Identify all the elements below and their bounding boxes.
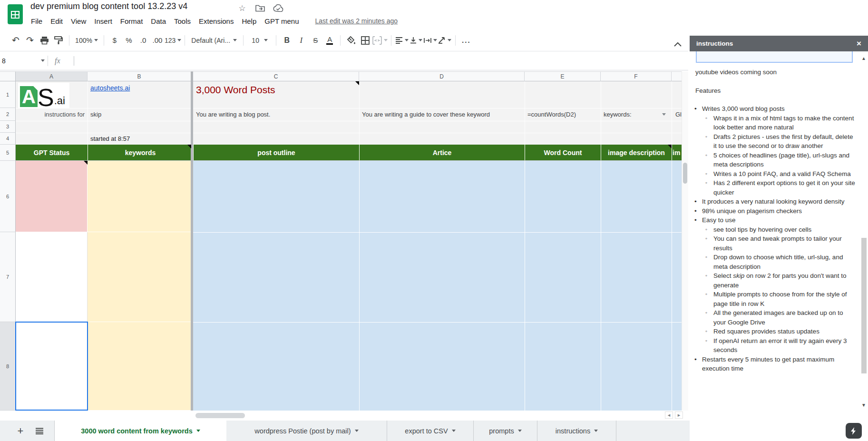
scroll-left-icon[interactable]: ◂	[665, 412, 673, 419]
column-header-f[interactable]: F	[601, 71, 672, 81]
undo-button[interactable]: ↶	[9, 33, 23, 48]
scroll-down-icon[interactable]: ▼	[861, 402, 866, 408]
cell-b4[interactable]: started at 8:57	[88, 133, 190, 145]
text-rotation-select[interactable]	[438, 33, 452, 48]
content-cells-blue[interactable]	[193, 161, 688, 411]
collapse-toolbar-button[interactable]	[671, 38, 685, 50]
tab-export-to-csv[interactable]: export to CSV	[387, 421, 474, 441]
grid-vertical-scrollbar[interactable]	[682, 71, 688, 411]
hscroll-thumb[interactable]	[195, 413, 245, 418]
menu-format[interactable]: Format	[117, 16, 146, 26]
cell-c1-title[interactable]: 3,000 Word Posts	[194, 83, 277, 97]
sidebar-scrollbar[interactable]: ▲ ▼	[860, 53, 868, 410]
cell-d2[interactable]: You are writing a guide to cover these k…	[360, 108, 524, 121]
move-folder-icon[interactable]	[255, 3, 265, 13]
cell-b8-keywords[interactable]	[88, 322, 193, 411]
borders-button[interactable]	[358, 33, 372, 48]
cell-f2-dropdown[interactable]: keywords:	[602, 108, 662, 121]
cell-b1-link[interactable]: autosheets.ai	[88, 83, 132, 93]
menu-edit[interactable]: Edit	[47, 16, 66, 26]
tab-instructions[interactable]: instructions	[537, 421, 616, 441]
horizontal-align-select[interactable]	[395, 33, 409, 48]
f2-dropdown-arrow[interactable]	[662, 113, 666, 116]
tab-3000-word-content[interactable]: 3000 word content from keywords	[54, 421, 226, 441]
row-header-8[interactable]: 8	[0, 322, 16, 411]
menu-gpt[interactable]: GPT menu	[261, 16, 302, 26]
star-icon[interactable]: ☆	[237, 3, 247, 13]
cell-b2[interactable]: skip	[88, 108, 190, 121]
sheets-logo-icon[interactable]	[8, 4, 23, 24]
cell-a2[interactable]: instructions for	[16, 108, 87, 121]
cell-c2[interactable]: You are writing a blog post.	[194, 108, 358, 121]
text-color-button[interactable]: A	[322, 33, 337, 48]
bold-button[interactable]: B	[280, 33, 294, 48]
row-header-6[interactable]: 6	[0, 161, 16, 232]
zoom-select[interactable]: 100%	[73, 33, 100, 48]
row-header-2[interactable]: 2	[0, 108, 16, 121]
cell-b7-keywords[interactable]	[88, 232, 193, 322]
vertical-align-select[interactable]	[409, 33, 423, 48]
cell-a6-status[interactable]	[16, 161, 88, 232]
name-box-dropdown[interactable]	[41, 59, 45, 62]
menu-insert[interactable]: Insert	[91, 16, 116, 26]
menu-file[interactable]: File	[28, 16, 46, 26]
scroll-up-icon[interactable]: ▲	[861, 56, 866, 61]
header-image-description[interactable]: image description	[601, 145, 672, 161]
increase-decimal-button[interactable]: .00	[150, 33, 165, 48]
last-edit-link[interactable]: Last edit was 2 minutes ago	[315, 17, 398, 25]
print-button[interactable]	[37, 33, 51, 48]
header-gpt-status[interactable]: GPT Status	[16, 145, 88, 161]
column-header-e[interactable]: E	[525, 71, 601, 81]
more-toolbar-button[interactable]: ...	[459, 33, 473, 48]
select-all-corner[interactable]	[0, 71, 16, 81]
cell-e2[interactable]: =countWords(D2)	[526, 108, 600, 121]
name-box[interactable]: 8	[0, 52, 48, 70]
corner-action-button[interactable]	[846, 423, 862, 439]
text-wrap-select[interactable]	[423, 33, 438, 48]
row-header-7[interactable]: 7	[0, 232, 16, 322]
menu-data[interactable]: Data	[147, 16, 169, 26]
sidebar-scroll-thumb[interactable]	[861, 238, 867, 373]
merge-cells-button[interactable]	[372, 33, 388, 48]
header-keywords[interactable]: keywords	[88, 145, 193, 161]
column-header-c[interactable]: C	[193, 71, 359, 81]
header-artice[interactable]: Artice	[360, 145, 525, 161]
decrease-decimal-button[interactable]: .0	[136, 33, 150, 48]
paint-format-button[interactable]	[51, 33, 66, 48]
cloud-status-icon[interactable]	[273, 3, 283, 13]
redo-button[interactable]: ↷	[23, 33, 37, 48]
row-header-5[interactable]: 5	[0, 145, 16, 161]
scroll-right-icon[interactable]: ▸	[675, 412, 683, 419]
sidebar-embed-box[interactable]	[696, 51, 853, 63]
column-header-a[interactable]: A	[16, 71, 88, 81]
header-word-count[interactable]: Word Count	[525, 145, 601, 161]
row-header-3[interactable]: 3	[0, 121, 16, 133]
tab-wordpress-postie[interactable]: wordpress Postie (post by mail)	[226, 421, 387, 441]
formula-input[interactable]	[74, 56, 74, 66]
column-header-d[interactable]: D	[359, 71, 525, 81]
tab-prompts[interactable]: prompts	[474, 421, 537, 441]
row-header-1[interactable]: 1	[0, 81, 16, 108]
header-post-outline[interactable]: post outline	[194, 145, 359, 161]
percent-format-button[interactable]: %	[122, 33, 136, 48]
menu-help[interactable]: Help	[238, 16, 260, 26]
italic-button[interactable]: I	[294, 33, 308, 48]
add-sheet-button[interactable]: +	[14, 425, 27, 437]
currency-format-button[interactable]: $	[107, 33, 122, 48]
number-format-select[interactable]: 123	[165, 33, 181, 48]
all-sheets-button[interactable]	[33, 425, 46, 437]
cell-b6-keywords[interactable]	[88, 161, 193, 232]
menu-tools[interactable]: Tools	[171, 16, 194, 26]
document-title[interactable]: dev premium blog content tool 13.2.23 v4	[30, 1, 187, 11]
menu-view[interactable]: View	[68, 16, 89, 26]
menu-extensions[interactable]: Extensions	[195, 16, 237, 26]
column-header-b[interactable]: B	[88, 71, 191, 81]
grid-horizontal-scrollbar[interactable]: ◂ ▸	[0, 411, 688, 421]
row-header-4[interactable]: 4	[0, 133, 16, 145]
cell-a7[interactable]	[16, 232, 88, 322]
close-icon[interactable]: ×	[857, 39, 861, 49]
font-select[interactable]: Default (Ari...	[188, 33, 240, 48]
strikethrough-button[interactable]: S	[308, 33, 322, 48]
selected-cell-a8[interactable]	[15, 322, 88, 411]
font-size-select[interactable]: 10	[247, 33, 273, 48]
